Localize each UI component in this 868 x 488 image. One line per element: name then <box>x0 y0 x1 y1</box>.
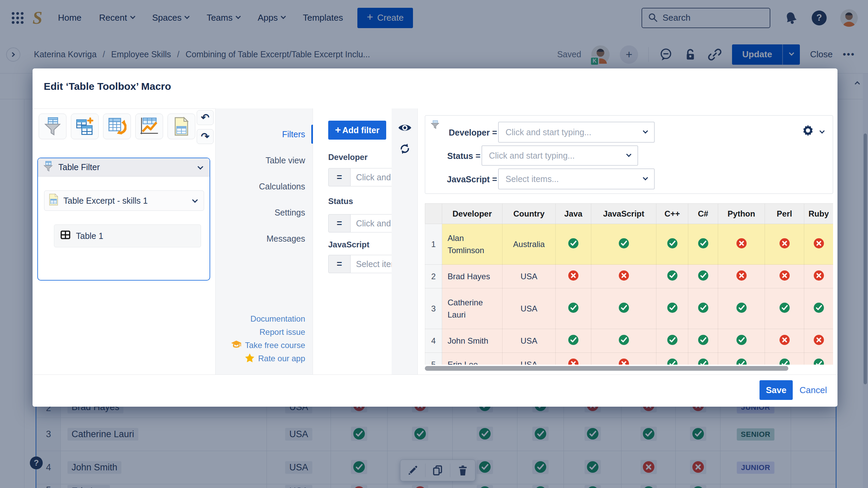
preview-filter-label: Developer = <box>433 128 497 138</box>
filter-field-group: = <box>328 255 392 273</box>
skill-check-icon <box>718 329 765 353</box>
skill-check-icon <box>656 353 688 365</box>
skill-check-icon <box>688 265 718 288</box>
tree-root-table-filter[interactable]: Table Filter <box>38 158 210 177</box>
chart-from-table-macro-button[interactable] <box>135 114 163 139</box>
edit-macro-dialog: Edit ‘Table Toolbox’ Macro ↶ ↷ Table Fil… <box>33 68 837 407</box>
table-excerpt-include-macro-button[interactable] <box>167 114 195 139</box>
skill-check-icon <box>765 353 804 365</box>
skill-check-icon <box>591 329 656 353</box>
skill-cross-icon <box>765 265 804 288</box>
table-row: 1Alan TomlinsonAustralia <box>425 224 833 265</box>
save-button[interactable]: Save <box>760 380 793 400</box>
dialog-title: Edit ‘Table Toolbox’ Macro <box>44 81 171 92</box>
link-rate-our-app[interactable]: Rate our app <box>245 353 305 364</box>
tree-root-label: Table Filter <box>58 162 100 172</box>
preview-gutter <box>392 108 418 374</box>
filter-field-label: JavaScript <box>328 240 369 249</box>
filter-value-input[interactable] <box>351 255 392 273</box>
table-row: 2Brad HayesUSA <box>425 265 833 288</box>
link-report-issue[interactable]: Report issue <box>259 326 305 338</box>
filter-value-input[interactable] <box>351 168 392 186</box>
filter-value-input[interactable] <box>351 214 392 232</box>
operator-button[interactable]: = <box>328 255 351 273</box>
link-label: Take free course <box>245 341 305 350</box>
column-header: Developer <box>442 204 502 224</box>
preview-panel: Developer =Click and start typing...Stat… <box>418 108 837 374</box>
row-number: 2 <box>425 265 442 288</box>
chevron-down-icon[interactable] <box>186 191 204 210</box>
table-filter-macro-button[interactable] <box>39 114 66 139</box>
skill-check-icon <box>656 329 688 353</box>
tab-filters[interactable]: Filters <box>282 127 305 141</box>
settings-nav-panel: FiltersTable viewCalculationsSettingsMes… <box>215 108 313 374</box>
operator-button[interactable]: = <box>328 168 351 186</box>
filter-field-group: = <box>328 214 392 232</box>
skill-check-icon <box>688 353 718 365</box>
macro-tree-panel: Table Filter Table Excerpt - skills 1 Ta… <box>37 158 210 281</box>
preview-scrollbar-thumb[interactable] <box>425 366 788 371</box>
chevron-down-icon[interactable] <box>191 158 210 176</box>
column-header: Java <box>556 204 591 224</box>
column-header: JavaScript <box>591 204 656 224</box>
select-placeholder: Click and start typing... <box>489 151 575 161</box>
preview-filter-select[interactable]: Click and start typing... <box>498 122 655 143</box>
skill-cross-icon <box>556 353 591 365</box>
tab-settings[interactable]: Settings <box>275 206 305 219</box>
developer-cell: Catherine Lauri <box>442 288 502 329</box>
tab-messages[interactable]: Messages <box>267 232 305 245</box>
skill-cross-icon <box>804 329 833 353</box>
skill-check-icon <box>556 329 591 353</box>
link-documentation[interactable]: Documentation <box>251 313 305 325</box>
add-filter-button[interactable]: + Add filter <box>328 121 386 140</box>
table-row: 5Erin LeeUSA <box>425 353 833 365</box>
refresh-icon[interactable] <box>399 143 411 156</box>
country-cell: Australia <box>502 224 556 265</box>
skill-cross-icon <box>718 265 765 288</box>
column-header: C++ <box>656 204 688 224</box>
table-transformer-macro-button[interactable] <box>103 114 131 139</box>
skill-cross-icon <box>765 224 804 265</box>
row-number: 3 <box>425 288 442 329</box>
chevron-down-icon <box>643 175 648 180</box>
table-row: 3Catherine LauriUSA <box>425 288 833 329</box>
table-excerpt-page-icon <box>48 194 59 208</box>
undo-button[interactable]: ↶ <box>197 110 214 125</box>
tree-item-table-1[interactable]: Table 1 <box>54 224 201 247</box>
skill-cross-icon <box>591 265 656 288</box>
preview-filter-label: JavaScript = <box>433 175 497 184</box>
column-header: C# <box>688 204 718 224</box>
skill-cross-icon <box>591 353 656 365</box>
filter-settings-control[interactable] <box>802 124 824 138</box>
developer-cell: Brad Hayes <box>442 265 502 288</box>
link-label: Rate our app <box>258 354 305 363</box>
skill-check-icon <box>804 288 833 329</box>
redo-button[interactable]: ↷ <box>197 129 214 144</box>
link-take-free-course[interactable]: Take free course <box>231 340 305 351</box>
select-placeholder: Click and start typing... <box>506 127 591 137</box>
tree-item-table-excerpt[interactable]: Table Excerpt - skills 1 <box>44 190 204 211</box>
table-grid-icon <box>60 230 71 242</box>
preview-filter-select[interactable]: Click and start typing... <box>481 145 638 166</box>
preview-table-wrap: DeveloperCountryJavaJavaScriptC++C#Pytho… <box>425 203 833 365</box>
table-row: 4John SmithUSA <box>425 329 833 353</box>
star-icon <box>245 353 255 364</box>
skill-check-icon <box>656 224 688 265</box>
table-excerpt-macro-button[interactable] <box>71 114 99 139</box>
tab-calculations[interactable]: Calculations <box>259 180 305 193</box>
preview-eye-icon[interactable] <box>398 123 412 134</box>
filter-field-label: Status <box>328 197 353 206</box>
cancel-button[interactable]: Cancel <box>800 380 827 400</box>
preview-filter-select[interactable]: Select items... <box>498 168 655 189</box>
chevron-down-icon <box>643 128 648 134</box>
operator-button[interactable]: = <box>328 214 351 232</box>
skill-check-icon <box>718 353 765 365</box>
divider <box>33 108 215 109</box>
preview-horizontal-scrollbar[interactable] <box>425 366 833 371</box>
skill-check-icon <box>718 288 765 329</box>
skill-check-icon <box>804 353 833 365</box>
skill-cross-icon <box>556 265 591 288</box>
skill-check-icon <box>656 288 688 329</box>
tab-table-view[interactable]: Table view <box>265 154 305 167</box>
skill-cross-icon <box>765 329 804 353</box>
